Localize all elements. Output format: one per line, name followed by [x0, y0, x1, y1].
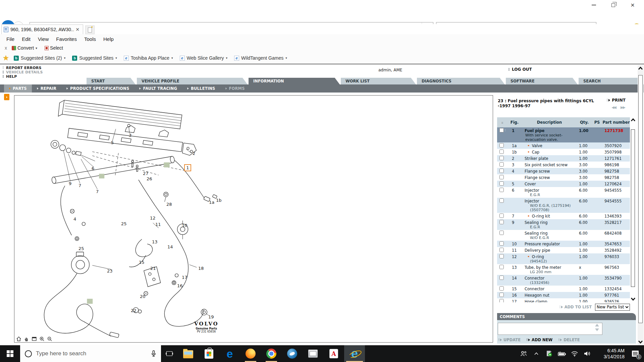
- favorites-bar-item[interactable]: eToshiba App Place▾: [124, 55, 173, 61]
- convert-button[interactable]: Convert▾: [12, 45, 37, 51]
- tab-software[interactable]: SOFTWARE: [506, 78, 578, 84]
- update-button[interactable]: UPDATE: [498, 338, 521, 342]
- page-scroll-thumb[interactable]: [638, 75, 643, 323]
- chevron-down-icon[interactable]: ▾: [36, 46, 37, 50]
- taskbar-file-explorer-button[interactable]: [178, 345, 199, 362]
- row-checkbox[interactable]: [499, 198, 504, 203]
- subtab-repair[interactable]: REPAIR: [32, 84, 61, 93]
- battery-icon[interactable]: [555, 345, 568, 362]
- wifi-icon[interactable]: [568, 345, 581, 362]
- delete-button[interactable]: DELETE: [558, 338, 580, 342]
- page-scrollbar[interactable]: [638, 65, 644, 345]
- table-row[interactable]: 14Connector(1332456)1.003534790: [497, 275, 630, 286]
- row-checkbox[interactable]: [499, 299, 504, 302]
- microphone-icon[interactable]: [151, 350, 156, 357]
- menu-file[interactable]: File: [3, 36, 18, 42]
- fit-window-icon[interactable]: [31, 336, 37, 342]
- scroll-down-icon[interactable]: [595, 328, 599, 331]
- zoom-in-icon[interactable]: [39, 336, 45, 342]
- row-checkbox[interactable]: [499, 149, 504, 154]
- row-checkbox[interactable]: [499, 143, 504, 147]
- taskbar-search[interactable]: [20, 345, 161, 362]
- zoom-out-icon[interactable]: [47, 336, 52, 342]
- command-close-button[interactable]: x: [5, 45, 7, 51]
- table-row[interactable]: 4Flange screw3.00982758: [497, 168, 630, 174]
- tab-information[interactable]: INFORMATION: [249, 78, 340, 84]
- menu-edit[interactable]: Edit: [18, 36, 34, 42]
- table-row[interactable]: 6InjectorE.G.R6.009454555: [497, 187, 630, 198]
- row-checkbox[interactable]: [499, 293, 504, 297]
- table-row[interactable]: 15Connector1.001332454: [497, 286, 630, 292]
- subtab-fault-tracing[interactable]: FAULT TRACING: [134, 84, 182, 93]
- subtab-parts[interactable]: PARTS: [4, 84, 32, 93]
- volume-icon[interactable]: [581, 345, 594, 362]
- subtab-forms[interactable]: FORMS: [220, 84, 250, 93]
- tab-search[interactable]: SEARCH: [579, 78, 644, 84]
- panel-toggle-button[interactable]: [4, 94, 9, 100]
- table-row[interactable]: 1a•Valve1.003507920: [497, 142, 630, 149]
- favorites-bar-item[interactable]: bSuggested Sites▾: [72, 55, 117, 61]
- favorites-star-icon[interactable]: ★: [3, 54, 9, 62]
- row-checkbox[interactable]: [499, 169, 504, 173]
- table-row[interactable]: 5Cover1.001270624: [497, 181, 630, 187]
- table-row[interactable]: InjectorW/O E.G.R, (1275194)(3507708)6.0…: [497, 198, 630, 213]
- tab-work-list[interactable]: WORK LIST: [341, 78, 416, 84]
- comments-textarea[interactable]: [498, 323, 602, 335]
- menu-help[interactable]: Help: [100, 36, 117, 42]
- add-new-button[interactable]: ADD NEW: [527, 338, 552, 342]
- clock[interactable]: 6:45 AM 3/14/2018: [596, 348, 625, 360]
- table-row[interactable]: 7•O-ring kit6.001346393: [497, 213, 630, 219]
- row-checkbox[interactable]: [499, 162, 504, 167]
- table-row[interactable]: 13Tube, by the meterLG 200 mmx967563: [497, 264, 630, 275]
- row-checkbox[interactable]: [499, 175, 504, 179]
- column-part-number[interactable]: Part number: [602, 120, 630, 124]
- print-button[interactable]: PRINT: [607, 98, 626, 103]
- taskbar-mail-button[interactable]: [303, 345, 323, 362]
- row-checkbox[interactable]: [499, 286, 504, 291]
- favorites-bar-item[interactable]: eWildTangent Games▾: [234, 55, 287, 61]
- add-to-list-button[interactable]: ADD TO LIST: [559, 305, 592, 309]
- table-row[interactable]: ::1Fuel pipeWith service socket-evacuati…: [497, 127, 630, 142]
- table-row[interactable]: 11Delivery pipe1.003528492: [497, 247, 630, 253]
- home-icon[interactable]: [16, 336, 21, 342]
- task-view-button[interactable]: [161, 345, 178, 362]
- taskbar-thunderbird-button[interactable]: [282, 345, 303, 362]
- taskbar-search-input[interactable]: [36, 350, 151, 357]
- textarea-scroll-arrows[interactable]: [595, 324, 599, 331]
- row-checkbox[interactable]: [499, 156, 504, 160]
- minimize-button[interactable]: [586, 0, 601, 10]
- row-checkbox[interactable]: [499, 214, 504, 218]
- scroll-up-icon[interactable]: [631, 118, 636, 122]
- row-checkbox[interactable]: [499, 248, 504, 252]
- row-checkbox[interactable]: [499, 181, 504, 186]
- row-checkbox[interactable]: [499, 254, 504, 258]
- taskbar-internet-explorer-button[interactable]: [344, 345, 365, 362]
- taskbar-chrome-button[interactable]: [261, 345, 282, 362]
- browser-tab[interactable]: 960, 1996, B6304FS2, AW30... ✕: [1, 24, 83, 34]
- row-checkbox[interactable]: [499, 276, 504, 280]
- close-button[interactable]: ×: [625, 0, 640, 10]
- parts-list-select[interactable]: New Parts list: [595, 304, 630, 311]
- tab-vehicle-profile[interactable]: VEHICLE PROFILE: [137, 78, 248, 84]
- quick-link-report-errors[interactable]: REPORT ERRORS: [3, 66, 43, 70]
- table-row[interactable]: Flange screw3.00982758: [497, 174, 630, 181]
- table-scrollbar[interactable]: [630, 117, 636, 302]
- quick-link-vehicle-details[interactable]: VEHICLE DETAILS: [3, 70, 43, 74]
- menu-view[interactable]: View: [34, 36, 52, 42]
- row-checkbox[interactable]: [499, 188, 504, 192]
- scroll-down-icon[interactable]: [638, 340, 643, 344]
- new-tab-button[interactable]: [85, 25, 95, 34]
- table-row[interactable]: 1b•Cap1.003507998: [497, 149, 630, 155]
- maximize-button[interactable]: [606, 0, 621, 10]
- table-row[interactable]: 12•O-ring(945412)1.00976033: [497, 253, 630, 264]
- media-drive-icon[interactable]: [543, 345, 555, 362]
- menu-favorites[interactable]: Favorites: [52, 36, 80, 42]
- subtab-product-specifications[interactable]: PRODUCT SPECIFICATIONS: [61, 84, 134, 93]
- row-checkbox[interactable]: [499, 231, 504, 235]
- column-description[interactable]: Description: [522, 120, 577, 124]
- table-row[interactable]: Sealing ringW/O E.G.R6.006842408: [497, 230, 630, 241]
- column-fig[interactable]: Fig.: [507, 120, 522, 124]
- table-row[interactable]: 9Sealing ringE.G.R6.003528217: [497, 219, 630, 230]
- favorites-bar-item[interactable]: bSuggested Sites (2)▾: [14, 55, 66, 61]
- table-scroll-thumb[interactable]: [631, 129, 635, 287]
